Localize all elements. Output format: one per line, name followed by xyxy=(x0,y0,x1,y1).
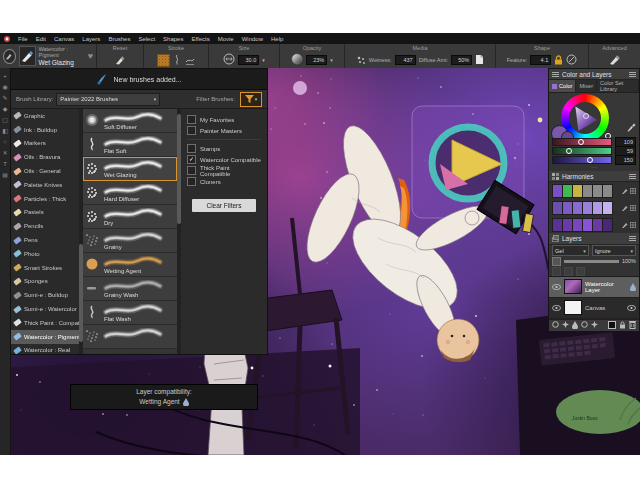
harmony-swatch[interactable] xyxy=(583,184,593,198)
brush-category-item[interactable]: Pens xyxy=(11,233,79,247)
lock-layer-icon[interactable] xyxy=(619,321,626,330)
harmony-edit-icon[interactable] xyxy=(622,188,628,194)
size-stepper-icon[interactable]: ▾ xyxy=(262,57,265,63)
brush-category-item[interactable]: Smart Strokes xyxy=(11,261,79,275)
menu-layers[interactable]: Layers xyxy=(82,36,100,42)
brush-category-item[interactable]: Oils : General xyxy=(11,164,79,178)
layer-row[interactable]: Canvas xyxy=(549,298,639,319)
brush-category-item[interactable]: Graphic xyxy=(11,109,79,123)
eye-icon[interactable] xyxy=(627,305,636,311)
text-tool-icon[interactable]: T xyxy=(1,161,10,168)
harmonies-options-icon[interactable] xyxy=(629,176,636,177)
slider-marker[interactable] xyxy=(587,157,593,163)
filter-funnel-button[interactable]: ▾ xyxy=(240,92,262,107)
reset-brush-icon[interactable] xyxy=(115,51,126,69)
harmony-swatch[interactable] xyxy=(552,201,563,215)
color-slider[interactable] xyxy=(552,138,612,146)
new-layer-icon[interactable] xyxy=(608,321,616,330)
lock-icon[interactable] xyxy=(554,51,563,69)
brush-category-item[interactable]: Particles : Thick xyxy=(11,192,79,206)
filter-checkbox-row[interactable]: Painter Masters xyxy=(187,125,261,136)
paper-icon[interactable] xyxy=(475,51,484,69)
brush-variant-item[interactable]: Wetting Agent xyxy=(83,253,177,277)
brush-variant-item[interactable]: Wet Glazing xyxy=(83,157,177,181)
shape-tool-icon[interactable]: ○ xyxy=(1,139,10,146)
menu-movie[interactable]: Movie xyxy=(218,36,234,42)
harmony-swatch[interactable] xyxy=(593,218,603,232)
harmony-swatch[interactable] xyxy=(573,218,583,232)
harmony-swatch[interactable] xyxy=(593,184,603,198)
brush-category-item[interactable]: Sumi-e : Watercolor xyxy=(11,302,79,316)
opacity-left-icon[interactable] xyxy=(552,257,561,266)
harmony-swatch[interactable] xyxy=(563,201,573,215)
harmony-swatch[interactable] xyxy=(593,201,603,215)
harmony-swatch[interactable] xyxy=(573,201,583,215)
brush-selector[interactable]: Watercolor : Pigment Wet Glazing ♥ xyxy=(0,44,96,68)
harmony-edit-icon[interactable] xyxy=(622,205,628,211)
harmony-swatch[interactable] xyxy=(552,184,563,198)
media-dab-icon[interactable] xyxy=(356,51,366,69)
brush-variant-item[interactable]: Dry xyxy=(83,205,177,229)
script-icon[interactable] xyxy=(591,321,598,329)
magnifier-tool-icon[interactable]: ◉ xyxy=(1,84,10,91)
checkbox[interactable] xyxy=(187,166,196,175)
harmony-row[interactable] xyxy=(549,199,639,216)
brush-category-item[interactable]: Watercolor : Pigment xyxy=(11,330,79,344)
checkbox[interactable] xyxy=(187,126,196,135)
eye-icon[interactable] xyxy=(552,305,561,311)
opacity-icon[interactable] xyxy=(291,51,303,69)
size-value[interactable]: 30.0 xyxy=(238,55,259,65)
color-slider[interactable] xyxy=(552,156,612,164)
lock-mode-select[interactable]: Ignore▾ xyxy=(592,245,636,256)
crop-tool-icon[interactable]: ◧ xyxy=(1,128,10,135)
clear-filters-button[interactable]: Clear Filters xyxy=(192,199,256,212)
harmony-swatch[interactable] xyxy=(603,201,613,215)
blend-mode-select[interactable]: Gel▾ xyxy=(552,245,589,256)
menu-canvas[interactable]: Canvas xyxy=(54,36,74,42)
plugin-layer-icon[interactable] xyxy=(562,321,569,329)
brush-variant-item[interactable]: Flat Wash xyxy=(83,301,177,325)
filter-checkbox-row[interactable]: My Favorites xyxy=(187,114,261,125)
menu-file[interactable]: File xyxy=(18,36,28,42)
brush-tool-icon[interactable]: ✎ xyxy=(1,95,10,102)
color-slider-value[interactable]: 150 xyxy=(615,155,636,165)
canvas-area[interactable]: Justin Buus +◉✎◆▢◧○✕T▤ New brushes ad xyxy=(0,68,640,455)
harmony-swatch[interactable] xyxy=(583,218,593,232)
variant-scrollbar[interactable] xyxy=(177,109,181,354)
brush-category-item[interactable]: Ink : Buildup xyxy=(11,123,79,137)
harmony-swatch[interactable] xyxy=(552,218,563,232)
brush-variant-item[interactable] xyxy=(83,325,177,349)
harmony-swatch[interactable] xyxy=(583,201,593,215)
filter-checkbox-row[interactable]: Cloners xyxy=(187,176,261,187)
feature-value[interactable]: 4.1 xyxy=(530,55,551,65)
grabber-tool-icon[interactable]: + xyxy=(1,73,10,80)
harmony-grid-icon[interactable] xyxy=(630,188,636,194)
advanced-brush-icon[interactable] xyxy=(609,51,621,69)
brush-preview-icon[interactable] xyxy=(19,46,36,66)
brush-category-item[interactable]: Palette Knives xyxy=(11,178,79,192)
checkbox[interactable] xyxy=(187,144,196,153)
filter-checkbox-row[interactable]: Stamps xyxy=(187,143,261,154)
brush-category-item[interactable]: Pastels xyxy=(11,206,79,220)
brush-category-item[interactable]: Sponges xyxy=(11,275,79,289)
menu-edit[interactable]: Edit xyxy=(36,36,46,42)
menu-effects[interactable]: Effects xyxy=(191,36,209,42)
brush-category-item[interactable]: Oils : Bravura xyxy=(11,150,79,164)
layer-opacity-slider[interactable] xyxy=(564,260,619,263)
brush-category-item[interactable]: Photo xyxy=(11,247,79,261)
brush-variant-item[interactable]: Hard Diffuser xyxy=(83,181,177,205)
layers-options-icon[interactable] xyxy=(629,238,636,239)
selection-tool-icon[interactable]: ▢ xyxy=(1,117,10,124)
panel-options-icon[interactable] xyxy=(629,74,636,75)
harmony-swatch[interactable] xyxy=(573,184,583,198)
menu-shapes[interactable]: Shapes xyxy=(163,36,183,42)
harmony-row[interactable] xyxy=(549,216,639,233)
layer-commands-icon[interactable] xyxy=(552,321,559,329)
eyedropper-icon[interactable] xyxy=(627,123,636,134)
filter-checkbox-row[interactable]: ✓Watercolor Compatible xyxy=(187,154,261,165)
gradient-tool-icon[interactable]: ▤ xyxy=(1,172,10,179)
eye-icon[interactable] xyxy=(552,284,561,290)
menu-select[interactable]: Select xyxy=(138,36,155,42)
opacity-value[interactable]: 23% xyxy=(306,55,327,65)
menu-help[interactable]: Help xyxy=(271,36,283,42)
